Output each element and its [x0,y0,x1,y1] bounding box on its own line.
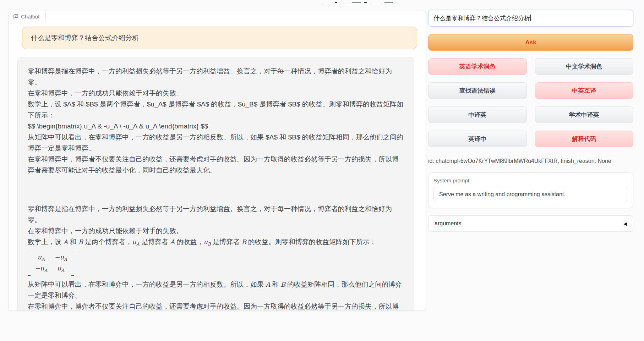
bot-raw-paragraph: 零和博弈是指在博弈中，一方的利益损失必然等于另一方的利益增益。换言之，对于每一种… [28,66,404,176]
chatbot-label: Chatbot [9,11,46,22]
button-academic-zh-to-en[interactable]: 学术中译英 [535,106,634,123]
bot-raw-line: 数学上，设 $A$ 和 $B$ 是两个博弈者，$u_A$ 是博弈者 $A$ 的收… [28,99,404,121]
matrix-cell: −uA [54,253,67,264]
button-chinese-academic-polish[interactable]: 中文学术润色 [535,58,634,75]
response-status-line: id: chatcmpl-6wOo7KrYTwMl89lbrMWRu4UkFFX… [428,158,633,164]
bot-rendered-line: 在零和博弈中，博弈者不仅要关注自己的收益，还需要考虑对手的收益。因为一方取得的收… [28,301,404,310]
paragraph-gap [28,176,404,203]
button-explain-code[interactable]: 解释代码 [535,131,634,147]
accordion-collapsed-arrow-icon: ◀ [623,221,627,226]
matrix-left-bracket [28,252,31,276]
payoff-matrix: uA −uA −uA uA [28,252,74,276]
user-message-text: 什么是零和博弈？结合公式介绍分析 [31,34,139,42]
text-cursor [530,15,531,21]
user-message-bubble: 什么是零和博弈？结合公式介绍分析 [22,27,417,49]
chat-message-list[interactable]: 什么是零和博弈？结合公式介绍分析 零和博弈是指在博弈中，一方的利益损失必然等于另… [9,25,426,310]
quick-action-grid: 英语学术润色 中文学术润色 查找语法错误 中英互译 中译英 学术中译英 英译中 … [428,58,633,147]
bot-raw-line: 从矩阵中可以看出，在零和博弈中，一方的收益是另一方的相反数。所以，如果 $A$ … [28,132,404,154]
page-title-glyph-bottoms [321,2,398,3]
chatbot-panel: Chatbot 什么是零和博弈？结合公式介绍分析 零和博弈是指在博弈中，一方的利… [9,11,426,311]
bot-message-bubble: 零和博弈是指在博弈中，一方的利益损失必然等于另一方的利益增益。换言之，对于每一种… [17,57,414,310]
bot-rendered-math-line: 数学上，设 A 和 B 是两个博弈者，uA 是博弈者 A 的收益，uB 是博弈者… [28,236,404,250]
bot-raw-line: 在零和博弈中，一方的成功只能依赖于对手的失败。 [28,88,404,99]
system-prompt-group: System prompt Serve me as a writing and … [428,172,633,208]
button-find-grammar-errors[interactable]: 查找语法错误 [428,82,527,99]
matrix-cell: −uA [35,264,47,275]
arguments-accordion-label: arguments [435,220,462,227]
matrix-right-bracket [71,252,74,276]
chatbot-label-text: Chatbot [21,13,40,20]
arguments-accordion[interactable]: arguments ◀ [428,215,633,232]
system-prompt-label: System prompt [433,177,628,183]
question-input-value: 什么是零和博弈？结合公式介绍分析 [433,15,530,22]
ask-button[interactable]: Ask [428,34,633,51]
bot-raw-line: 零和博弈是指在博弈中，一方的利益损失必然等于另一方的利益增益。换言之，对于每一种… [28,66,404,88]
bot-rendered-math-line: 从矩阵中可以看出，在零和博弈中，一方的收益是另一方的相反数。所以，如果 A 和 … [28,279,404,301]
bot-rendered-line: 零和博弈是指在博弈中，一方的利益损失必然等于另一方的利益增益。换言之，对于每一种… [28,203,404,225]
button-english-academic-polish[interactable]: 英语学术润色 [428,58,527,75]
bot-rendered-paragraph: 零和博弈是指在博弈中，一方的利益损失必然等于另一方的利益增益。换言之，对于每一种… [28,203,404,310]
bot-rendered-line: 在零和博弈中，一方的成功只能依赖于对手的失败。 [28,225,404,236]
matrix-cell: uA [54,264,67,275]
button-zh-en-translate[interactable]: 中英互译 [535,82,634,99]
bot-raw-line: 在零和博弈中，博弈者不仅要关注自己的收益，还需要考虑对手的收益。因为一方取得的收… [28,154,404,176]
button-en-to-zh[interactable]: 英译中 [428,131,527,147]
system-prompt-input[interactable]: Serve me as a writing and programming as… [433,187,628,202]
matrix-cell: uA [35,253,47,264]
bot-raw-latex-line: $$ \begin{bmatrix} u_A & -u_A \ -u_A & u… [28,121,404,132]
chat-bubble-icon [13,14,18,19]
button-zh-to-en[interactable]: 中译英 [428,106,527,123]
controls-column: 什么是零和博弈？结合公式介绍分析 Ask 英语学术润色 中文学术润色 查找语法错… [428,10,633,232]
page-title-cutoff [321,0,398,3]
question-input[interactable]: 什么是零和博弈？结合公式介绍分析 [428,10,633,27]
